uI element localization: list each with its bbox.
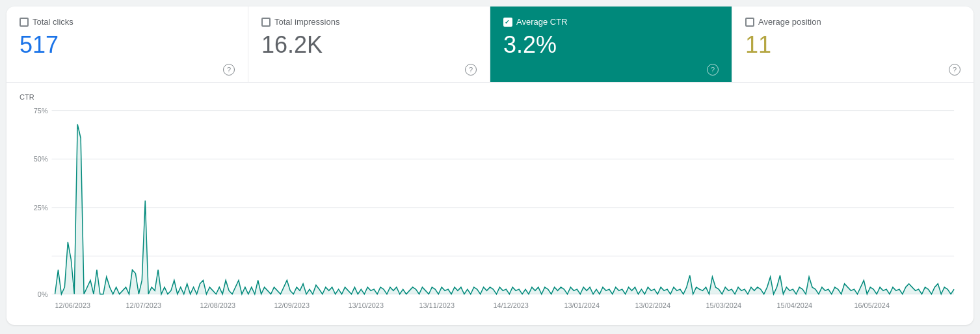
svg-text:15/04/2024: 15/04/2024: [777, 301, 812, 309]
svg-text:15/03/2024: 15/03/2024: [706, 301, 741, 309]
metric-card-average-position[interactable]: ✓ Average position 11 ?: [732, 7, 973, 82]
svg-text:0%: 0%: [38, 290, 48, 298]
svg-text:13/01/2024: 13/01/2024: [564, 301, 599, 309]
svg-text:25%: 25%: [34, 204, 48, 212]
svg-text:12/08/2023: 12/08/2023: [200, 301, 235, 309]
metrics-row: ✓ Total clicks 517 ? ✓ Total impressions…: [7, 7, 973, 83]
label-total-clicks: Total clicks: [33, 17, 73, 27]
label-average-position: Average position: [758, 17, 821, 27]
svg-text:75%: 75%: [34, 107, 48, 115]
metric-card-total-impressions[interactable]: ✓ Total impressions 16.2K ?: [248, 7, 490, 82]
svg-text:16/05/2024: 16/05/2024: [854, 301, 889, 309]
help-icon-average-ctr[interactable]: ?: [707, 64, 719, 76]
label-total-impressions: Total impressions: [274, 17, 339, 27]
chart-svg: 75% 50% 25% 0% 12/06/2023 12/07/2023 12/…: [20, 104, 960, 318]
chart-area: CTR 75% 50% 25% 0% 12/06/2023 12/07/2023…: [7, 83, 973, 325]
metric-card-average-ctr[interactable]: ✓ Average CTR 3.2% ?: [490, 7, 732, 82]
y-axis-label: CTR: [20, 93, 960, 101]
value-total-impressions: 16.2K: [261, 31, 477, 59]
value-average-ctr: 3.2%: [503, 31, 719, 59]
checkbox-total-clicks[interactable]: ✓: [20, 18, 29, 27]
label-average-ctr: Average CTR: [516, 17, 568, 27]
checkmark-average-ctr: ✓: [505, 19, 511, 25]
chart-wrapper: 75% 50% 25% 0% 12/06/2023 12/07/2023 12/…: [20, 104, 960, 318]
value-average-position: 11: [745, 31, 960, 59]
value-total-clicks: 517: [20, 31, 235, 59]
dashboard-container: ✓ Total clicks 517 ? ✓ Total impressions…: [7, 7, 973, 325]
help-icon-total-impressions[interactable]: ?: [465, 64, 477, 76]
checkbox-total-impressions[interactable]: ✓: [261, 18, 271, 27]
svg-text:14/12/2023: 14/12/2023: [493, 301, 528, 309]
checkbox-average-position[interactable]: ✓: [745, 18, 754, 27]
checkbox-average-ctr[interactable]: ✓: [503, 18, 512, 27]
svg-text:13/02/2024: 13/02/2024: [635, 301, 670, 309]
svg-text:13/10/2023: 13/10/2023: [348, 301, 383, 309]
metric-card-total-clicks[interactable]: ✓ Total clicks 517 ?: [7, 7, 248, 82]
svg-text:12/09/2023: 12/09/2023: [274, 301, 309, 309]
help-icon-average-position[interactable]: ?: [949, 64, 960, 76]
svg-text:50%: 50%: [34, 155, 48, 163]
svg-text:12/07/2023: 12/07/2023: [126, 301, 161, 309]
help-icon-total-clicks[interactable]: ?: [223, 64, 235, 76]
svg-text:13/11/2023: 13/11/2023: [419, 301, 454, 309]
svg-text:12/06/2023: 12/06/2023: [55, 301, 90, 309]
